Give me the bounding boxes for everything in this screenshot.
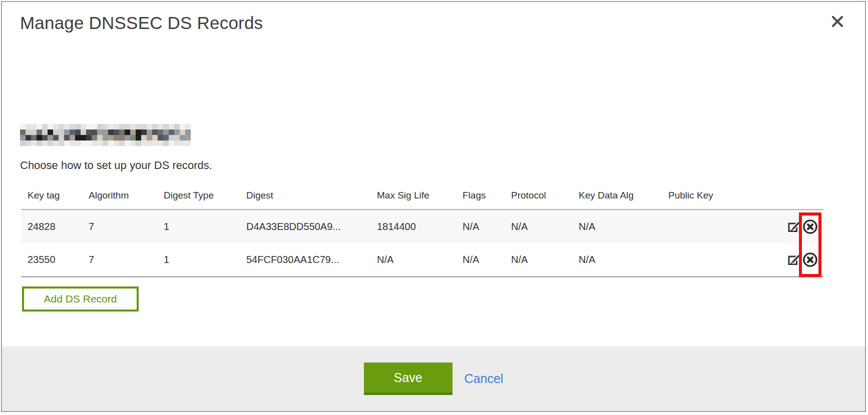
column-header-protocol: Protocol — [511, 182, 579, 210]
modal-footer: Save Cancel — [2, 346, 865, 411]
table-row: 24828 7 1 D4A33E8DD550A9... 1814400 N/A … — [21, 210, 823, 243]
cell-algorithm: 7 — [89, 210, 164, 243]
cell-key-tag: 23550 — [21, 243, 89, 277]
column-header-algorithm: Algorithm — [89, 182, 164, 210]
cell-flags: N/A — [463, 210, 511, 243]
delete-record-button[interactable] — [802, 252, 818, 268]
column-header-key-tag: Key tag — [21, 182, 89, 210]
delete-record-button[interactable] — [802, 218, 818, 235]
cell-digest: 54FCF030AA1C79... — [246, 243, 377, 277]
page-title: Manage DNSSEC DS Records — [20, 13, 263, 33]
cell-public-key — [668, 210, 780, 243]
cell-digest: D4A33E8DD550A9... — [246, 210, 377, 243]
redacted-domain — [20, 124, 191, 146]
manage-dnssec-modal: Manage DNSSEC DS Records Choose how to s… — [1, 1, 866, 412]
delete-circle-x-icon — [802, 262, 818, 270]
cell-flags: N/A — [463, 243, 511, 277]
cell-key-tag: 24828 — [21, 210, 89, 243]
cell-digest-type: 1 — [164, 243, 246, 277]
column-header-digest-type: Digest Type — [164, 182, 246, 210]
column-header-max-sig-life: Max Sig Life — [377, 182, 463, 210]
column-header-public-key: Public Key — [668, 182, 780, 210]
table-header-row: Key tag Algorithm Digest Type Digest Max… — [21, 182, 823, 210]
column-header-key-data-alg: Key Data Alg — [579, 182, 668, 210]
column-header-actions — [780, 182, 823, 210]
ds-records-table: Key tag Algorithm Digest Type Digest Max… — [21, 182, 823, 278]
cancel-link[interactable]: Cancel — [465, 372, 504, 386]
cell-protocol: N/A — [511, 210, 579, 243]
cell-algorithm: 7 — [89, 243, 164, 277]
cell-max-sig-life: N/A — [377, 243, 463, 277]
cell-digest-type: 1 — [164, 210, 246, 243]
edit-icon — [787, 227, 800, 234]
cell-key-data-alg: N/A — [579, 210, 668, 243]
cell-key-data-alg: N/A — [579, 243, 668, 277]
edit-record-button[interactable] — [787, 220, 800, 233]
instruction-text: Choose how to set up your DS records. — [20, 159, 212, 172]
cell-public-key — [668, 243, 780, 277]
edit-record-button[interactable] — [787, 253, 800, 266]
delete-circle-x-icon — [802, 229, 818, 236]
add-ds-record-button[interactable]: Add DS Record — [22, 286, 139, 312]
row-actions — [780, 243, 823, 276]
cell-max-sig-life: 1814400 — [377, 210, 463, 243]
column-header-flags: Flags — [463, 182, 511, 210]
column-header-digest: Digest — [246, 182, 377, 210]
close-icon — [831, 22, 844, 30]
row-actions — [780, 210, 823, 243]
close-button[interactable] — [830, 14, 845, 29]
cell-protocol: N/A — [511, 243, 579, 277]
table-row: 23550 7 1 54FCF030AA1C79... N/A N/A N/A … — [21, 243, 823, 277]
edit-icon — [787, 260, 800, 268]
save-button[interactable]: Save — [364, 362, 453, 395]
